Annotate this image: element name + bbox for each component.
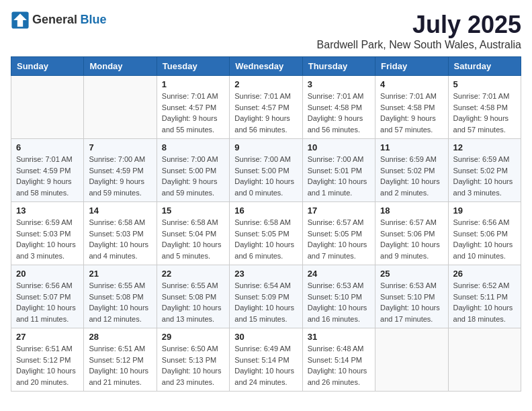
- day-number: 22: [162, 269, 224, 279]
- day-number: 21: [89, 269, 151, 279]
- day-info: Sunrise: 6:50 AM Sunset: 5:13 PM Dayligh…: [162, 343, 224, 387]
- calendar-week-row: 6Sunrise: 7:01 AM Sunset: 4:59 PM Daylig…: [11, 139, 521, 202]
- day-info: Sunrise: 6:52 AM Sunset: 5:11 PM Dayligh…: [453, 280, 516, 324]
- day-info: Sunrise: 6:53 AM Sunset: 5:10 PM Dayligh…: [308, 280, 370, 324]
- day-info: Sunrise: 6:59 AM Sunset: 5:03 PM Dayligh…: [16, 217, 79, 261]
- calendar-cell: 13Sunrise: 6:59 AM Sunset: 5:03 PM Dayli…: [11, 202, 84, 265]
- day-number: 27: [16, 332, 79, 342]
- calendar-cell: 7Sunrise: 7:00 AM Sunset: 4:59 PM Daylig…: [84, 139, 157, 202]
- calendar-header-thursday: Thursday: [302, 57, 375, 76]
- day-info: Sunrise: 6:59 AM Sunset: 5:02 PM Dayligh…: [380, 154, 443, 198]
- logo-icon: [11, 11, 30, 30]
- calendar-cell: 29Sunrise: 6:50 AM Sunset: 5:13 PM Dayli…: [157, 328, 229, 392]
- month-title: July 2025: [317, 11, 521, 39]
- day-info: Sunrise: 6:58 AM Sunset: 5:04 PM Dayligh…: [162, 217, 224, 261]
- location-title: Bardwell Park, New South Wales, Australi…: [317, 39, 521, 51]
- day-info: Sunrise: 6:49 AM Sunset: 5:14 PM Dayligh…: [234, 343, 297, 387]
- calendar-cell: 19Sunrise: 6:56 AM Sunset: 5:06 PM Dayli…: [448, 202, 521, 265]
- day-number: 4: [380, 79, 443, 89]
- day-info: Sunrise: 6:58 AM Sunset: 5:03 PM Dayligh…: [89, 217, 151, 261]
- day-info: Sunrise: 7:00 AM Sunset: 4:59 PM Dayligh…: [89, 154, 151, 198]
- day-number: 10: [308, 142, 370, 152]
- calendar-cell: 14Sunrise: 6:58 AM Sunset: 5:03 PM Dayli…: [84, 202, 157, 265]
- day-info: Sunrise: 7:01 AM Sunset: 4:59 PM Dayligh…: [16, 154, 79, 198]
- day-number: 23: [234, 269, 297, 279]
- day-number: 30: [234, 332, 297, 342]
- calendar-week-row: 27Sunrise: 6:51 AM Sunset: 5:12 PM Dayli…: [11, 328, 521, 392]
- calendar-header-monday: Monday: [84, 57, 157, 76]
- day-info: Sunrise: 7:01 AM Sunset: 4:57 PM Dayligh…: [234, 91, 297, 135]
- day-number: 31: [308, 332, 370, 342]
- calendar-header-tuesday: Tuesday: [157, 57, 229, 76]
- day-info: Sunrise: 6:55 AM Sunset: 5:08 PM Dayligh…: [89, 280, 151, 324]
- day-info: Sunrise: 6:57 AM Sunset: 5:06 PM Dayligh…: [380, 217, 443, 261]
- calendar-header-saturday: Saturday: [448, 57, 521, 76]
- calendar-cell: [448, 328, 521, 392]
- logo-blue: Blue: [81, 13, 107, 26]
- day-number: 18: [380, 205, 443, 216]
- calendar-cell: 2Sunrise: 7:01 AM Sunset: 4:57 PM Daylig…: [230, 76, 302, 139]
- calendar-cell: 31Sunrise: 6:48 AM Sunset: 5:14 PM Dayli…: [302, 328, 375, 392]
- day-number: 1: [162, 79, 224, 89]
- calendar-cell: 10Sunrise: 7:00 AM Sunset: 5:01 PM Dayli…: [302, 139, 375, 202]
- day-number: 26: [453, 269, 516, 279]
- day-info: Sunrise: 6:56 AM Sunset: 5:06 PM Dayligh…: [453, 217, 516, 261]
- day-info: Sunrise: 6:56 AM Sunset: 5:07 PM Dayligh…: [16, 280, 79, 324]
- calendar-header-row: SundayMondayTuesdayWednesdayThursdayFrid…: [11, 57, 521, 76]
- day-number: 14: [89, 205, 151, 216]
- calendar-cell: 5Sunrise: 7:01 AM Sunset: 4:58 PM Daylig…: [448, 76, 521, 139]
- calendar-cell: 12Sunrise: 6:59 AM Sunset: 5:02 PM Dayli…: [448, 139, 521, 202]
- day-number: 19: [453, 205, 516, 216]
- day-number: 16: [234, 205, 297, 216]
- calendar-week-row: 1Sunrise: 7:01 AM Sunset: 4:57 PM Daylig…: [11, 76, 521, 139]
- calendar-week-row: 13Sunrise: 6:59 AM Sunset: 5:03 PM Dayli…: [11, 202, 521, 265]
- day-info: Sunrise: 6:54 AM Sunset: 5:09 PM Dayligh…: [234, 280, 297, 324]
- day-number: 7: [89, 142, 151, 152]
- calendar-cell: 21Sunrise: 6:55 AM Sunset: 5:08 PM Dayli…: [84, 265, 157, 328]
- logo-text: General Blue: [32, 13, 107, 27]
- day-number: 15: [162, 205, 224, 216]
- day-info: Sunrise: 7:01 AM Sunset: 4:57 PM Dayligh…: [162, 91, 224, 135]
- day-number: 8: [162, 142, 224, 152]
- day-info: Sunrise: 6:58 AM Sunset: 5:05 PM Dayligh…: [234, 217, 297, 261]
- calendar-cell: 16Sunrise: 6:58 AM Sunset: 5:05 PM Dayli…: [230, 202, 302, 265]
- day-info: Sunrise: 7:00 AM Sunset: 5:00 PM Dayligh…: [234, 154, 297, 198]
- day-info: Sunrise: 6:53 AM Sunset: 5:10 PM Dayligh…: [380, 280, 443, 324]
- logo-general: General: [32, 13, 77, 26]
- day-number: 9: [234, 142, 297, 152]
- day-number: 25: [380, 269, 443, 279]
- calendar-cell: 24Sunrise: 6:53 AM Sunset: 5:10 PM Dayli…: [302, 265, 375, 328]
- calendar-cell: 4Sunrise: 7:01 AM Sunset: 4:58 PM Daylig…: [375, 76, 448, 139]
- day-number: 29: [162, 332, 224, 342]
- calendar-cell: 20Sunrise: 6:56 AM Sunset: 5:07 PM Dayli…: [11, 265, 84, 328]
- day-info: Sunrise: 6:55 AM Sunset: 5:08 PM Dayligh…: [162, 280, 224, 324]
- day-number: 28: [89, 332, 151, 342]
- day-number: 20: [16, 269, 79, 279]
- day-info: Sunrise: 7:00 AM Sunset: 5:00 PM Dayligh…: [162, 154, 224, 198]
- calendar-cell: 15Sunrise: 6:58 AM Sunset: 5:04 PM Dayli…: [157, 202, 229, 265]
- calendar-cell: [84, 76, 157, 139]
- day-number: 6: [16, 142, 79, 152]
- day-info: Sunrise: 7:01 AM Sunset: 4:58 PM Dayligh…: [453, 91, 516, 135]
- calendar-cell: 28Sunrise: 6:51 AM Sunset: 5:12 PM Dayli…: [84, 328, 157, 392]
- day-number: 24: [308, 269, 370, 279]
- calendar-cell: 1Sunrise: 7:01 AM Sunset: 4:57 PM Daylig…: [157, 76, 229, 139]
- calendar-cell: 6Sunrise: 7:01 AM Sunset: 4:59 PM Daylig…: [11, 139, 84, 202]
- day-number: 3: [308, 79, 370, 89]
- day-info: Sunrise: 6:51 AM Sunset: 5:12 PM Dayligh…: [89, 343, 151, 387]
- day-info: Sunrise: 7:01 AM Sunset: 4:58 PM Dayligh…: [308, 91, 370, 135]
- calendar-table: SundayMondayTuesdayWednesdayThursdayFrid…: [11, 56, 521, 392]
- day-number: 13: [16, 205, 79, 216]
- calendar-cell: [11, 76, 84, 139]
- page-header: General Blue July 2025 Bardwell Park, Ne…: [11, 11, 521, 51]
- day-info: Sunrise: 6:57 AM Sunset: 5:05 PM Dayligh…: [308, 217, 370, 261]
- day-number: 11: [380, 142, 443, 152]
- calendar-week-row: 20Sunrise: 6:56 AM Sunset: 5:07 PM Dayli…: [11, 265, 521, 328]
- day-number: 12: [453, 142, 516, 152]
- logo: General Blue: [11, 11, 107, 30]
- day-info: Sunrise: 7:00 AM Sunset: 5:01 PM Dayligh…: [308, 154, 370, 198]
- day-info: Sunrise: 6:48 AM Sunset: 5:14 PM Dayligh…: [308, 343, 370, 387]
- calendar-cell: 3Sunrise: 7:01 AM Sunset: 4:58 PM Daylig…: [302, 76, 375, 139]
- day-number: 2: [234, 79, 297, 89]
- calendar-header-friday: Friday: [375, 57, 448, 76]
